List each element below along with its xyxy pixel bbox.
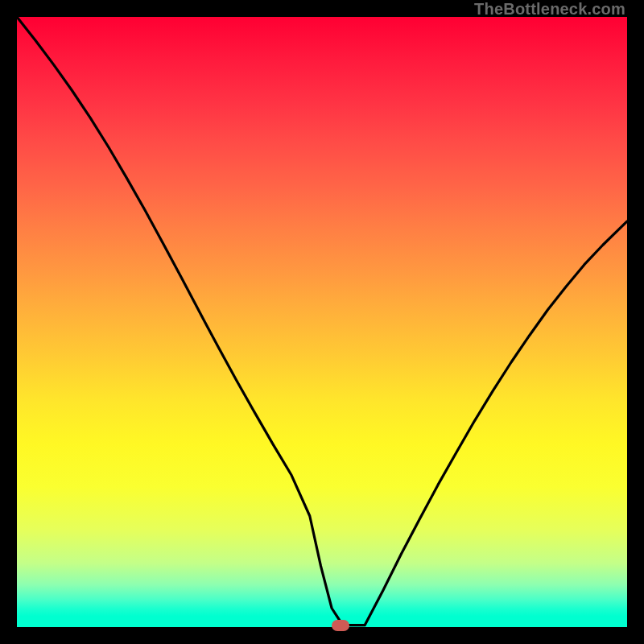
curve-path: [17, 17, 627, 625]
bottleneck-curve: [17, 17, 627, 627]
watermark-text: TheBottleneck.com: [474, 0, 625, 19]
optimal-point-marker: [332, 620, 349, 631]
